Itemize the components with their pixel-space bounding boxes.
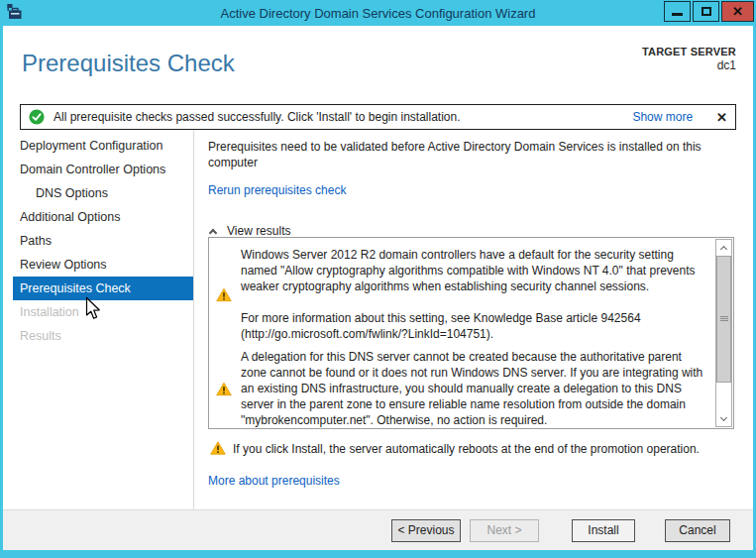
warning-triangle-icon xyxy=(216,248,232,342)
target-server-name: dc1 xyxy=(642,58,736,72)
results-box: Windows Server 2012 R2 domain controller… xyxy=(208,237,734,429)
chevron-down-icon xyxy=(720,413,727,420)
status-banner: All prerequisite checks passed successfu… xyxy=(20,104,736,130)
nav-item-prerequisites-check[interactable]: Prerequisites Check xyxy=(13,277,193,300)
view-results-label: View results xyxy=(227,224,290,238)
results-scrollbar[interactable] xyxy=(715,239,732,427)
show-more-link[interactable]: Show more xyxy=(632,110,693,124)
chevron-up-icon xyxy=(720,245,727,252)
close-button[interactable]: ✕ xyxy=(721,1,754,22)
more-about-prerequisites-link[interactable]: More about prerequisites xyxy=(208,474,340,488)
wizard-body: Prerequisites Check TARGET SERVER dc1 Al… xyxy=(3,26,753,550)
wizard-window: Active Directory Domain Services Configu… xyxy=(0,0,756,558)
previous-button[interactable]: < Previous xyxy=(391,519,461,542)
nav-item-installation: Installation xyxy=(3,300,193,324)
footer-bar: < Previous Next > Install Cancel xyxy=(3,509,753,550)
nav-item-paths[interactable]: Paths xyxy=(3,229,193,253)
warning-triangle-icon xyxy=(210,441,226,455)
minimize-button[interactable] xyxy=(664,1,691,22)
cancel-button[interactable]: Cancel xyxy=(665,519,730,542)
result-item: A delegation for this DNS server cannot … xyxy=(209,342,733,428)
reboot-warning: If you click Install, the server automat… xyxy=(210,441,733,457)
app-icon xyxy=(6,3,24,21)
nav-item-review-options[interactable]: Review Options xyxy=(3,253,193,277)
thumb-grip-icon xyxy=(720,316,728,317)
rerun-prerequisites-link[interactable]: Rerun prerequisites check xyxy=(208,183,346,197)
result-item: Windows Server 2012 R2 domain controller… xyxy=(209,238,733,342)
banner-message: All prerequisite checks passed successfu… xyxy=(54,110,632,124)
warning-triangle-icon xyxy=(216,350,232,428)
minimize-icon xyxy=(672,13,683,16)
chevron-up-icon xyxy=(209,228,217,236)
result-more-info: For more information about this setting,… xyxy=(241,310,705,342)
nav-divider xyxy=(193,130,194,509)
result-text: A delegation for this DNS server cannot … xyxy=(241,349,705,428)
target-server-block: TARGET SERVER dc1 xyxy=(642,46,736,72)
scrollbar-thumb[interactable] xyxy=(716,256,731,383)
nav-item-additional-options[interactable]: Additional Options xyxy=(3,205,193,229)
intro-text: Prerequisites need to be validated befor… xyxy=(208,139,719,170)
nav-item-dns-options[interactable]: DNS Options xyxy=(3,181,193,205)
target-server-label: TARGET SERVER xyxy=(642,46,736,57)
result-text: Windows Server 2012 R2 domain controller… xyxy=(241,247,705,294)
next-button: Next > xyxy=(470,519,539,542)
banner-close-icon[interactable]: ✕ xyxy=(716,110,727,125)
view-results-toggle[interactable]: View results xyxy=(210,224,290,238)
check-circle-icon xyxy=(29,109,45,125)
nav-item-results: Results xyxy=(3,324,193,348)
close-icon: ✕ xyxy=(732,5,743,18)
window-title: Active Directory Domain Services Configu… xyxy=(0,6,756,21)
maximize-icon xyxy=(702,7,711,16)
wizard-steps-nav: Deployment Configuration Domain Controll… xyxy=(3,134,193,348)
titlebar[interactable]: Active Directory Domain Services Configu… xyxy=(0,0,756,26)
install-button[interactable]: Install xyxy=(572,519,635,542)
scroll-up-button[interactable] xyxy=(716,240,731,255)
scroll-down-button[interactable] xyxy=(716,411,731,426)
page-title: Prerequisites Check xyxy=(22,50,235,77)
reboot-warning-text: If you click Install, the server automat… xyxy=(233,442,700,457)
nav-item-deployment-configuration[interactable]: Deployment Configuration xyxy=(3,134,193,158)
maximize-button[interactable] xyxy=(693,1,719,22)
nav-item-domain-controller-options[interactable]: Domain Controller Options xyxy=(3,158,193,181)
